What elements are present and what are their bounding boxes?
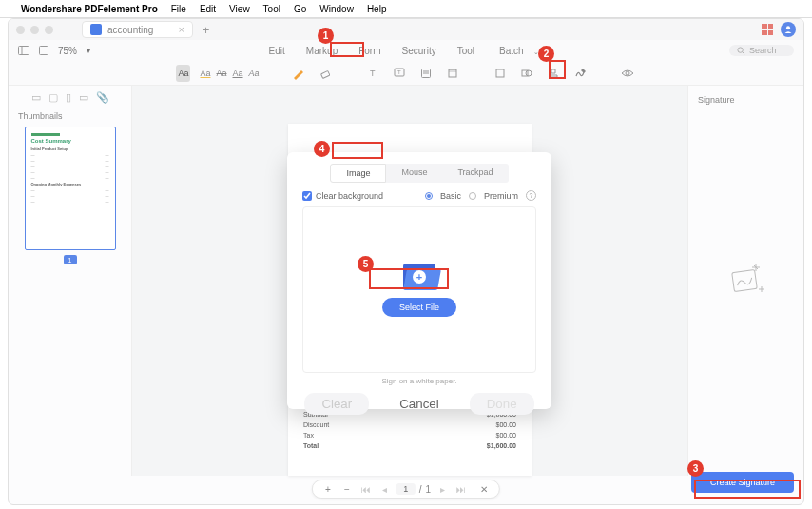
annotation-box-select-file	[369, 268, 449, 289]
menu-edit[interactable]: Edit	[200, 4, 216, 14]
annotation-box-signature-tool	[549, 60, 566, 79]
annotation-badge-2: 2	[538, 46, 554, 62]
tab-image[interactable]: Image	[330, 164, 386, 183]
file-drop-area[interactable]: + Select File	[302, 206, 536, 373]
app-name[interactable]: Wondershare PDFelement Pro	[21, 4, 158, 14]
dialog-tabs: Image Mouse Trackpad	[302, 164, 536, 183]
premium-radio[interactable]	[469, 192, 476, 200]
premium-label: Premium	[484, 191, 518, 201]
clear-background-label: Clear background	[316, 191, 383, 201]
annotation-badge-1: 1	[318, 28, 334, 44]
tab-trackpad[interactable]: Trackpad	[442, 164, 508, 183]
annotation-badge-4: 4	[314, 141, 330, 157]
basic-label: Basic	[440, 191, 461, 201]
tab-mouse[interactable]: Mouse	[386, 164, 442, 183]
menu-file[interactable]: File	[171, 4, 186, 14]
dialog-overlay: Image Mouse Trackpad Clear background Ba…	[9, 19, 803, 504]
menu-window[interactable]: Window	[319, 4, 354, 14]
menu-tool[interactable]: Tool	[263, 4, 280, 14]
annotation-box-create-sig	[694, 480, 801, 499]
basic-radio[interactable]	[425, 192, 433, 200]
menu-help[interactable]: Help	[367, 4, 387, 14]
cancel-button[interactable]: Cancel	[390, 393, 449, 415]
annotation-badge-5: 5	[358, 256, 374, 272]
clear-button[interactable]: Clear	[304, 393, 369, 415]
mac-menubar: Wondershare PDFelement Pro File Edit Vie…	[0, 0, 812, 18]
annotation-box-image-tab	[332, 142, 383, 159]
annotation-badge-3: 3	[687, 460, 704, 477]
done-button[interactable]: Done	[470, 393, 534, 415]
annotation-box-markup	[330, 42, 364, 57]
menu-go[interactable]: Go	[294, 4, 306, 14]
select-file-button[interactable]: Select File	[382, 298, 456, 317]
clear-background-checkbox[interactable]	[302, 191, 312, 201]
app-window: accounting × + 75% ▾ Edit Markup	[8, 18, 804, 505]
menu-view[interactable]: View	[229, 4, 250, 14]
help-icon[interactable]: ?	[526, 190, 536, 201]
dialog-hint: Sign on a white paper.	[302, 377, 536, 385]
